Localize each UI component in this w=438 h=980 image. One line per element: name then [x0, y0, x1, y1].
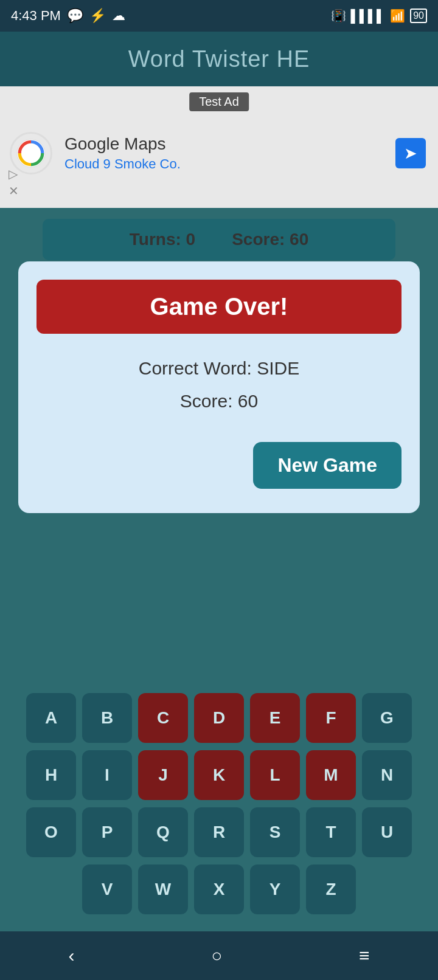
- game-over-title: Game Over!: [36, 280, 401, 334]
- turns-label: Turns:: [130, 230, 181, 249]
- key-b[interactable]: B: [82, 693, 132, 743]
- key-y[interactable]: Y: [250, 864, 300, 914]
- vibrate-icon: 📳: [331, 9, 346, 23]
- key-e[interactable]: E: [250, 693, 300, 743]
- key-f[interactable]: F: [306, 693, 356, 743]
- key-g[interactable]: G: [362, 693, 412, 743]
- keyboard-row-0: ABCDEFG: [6, 693, 432, 743]
- battery-icon: 90: [410, 9, 427, 23]
- ad-company: Google Maps: [64, 134, 181, 154]
- key-c[interactable]: C: [138, 693, 188, 743]
- ad-controls: ▷ ✕: [9, 167, 19, 198]
- status-bar-right: 📳 ▌▌▌▌ 📶 90: [331, 9, 427, 23]
- ad-banner: Test Ad Google Maps Cloud 9 Smoke Co. ➤ …: [0, 86, 438, 208]
- keyboard-row-1: HIJKLMN: [6, 750, 432, 800]
- app-header: Word Twister HE: [0, 32, 438, 86]
- home-button[interactable]: ○: [193, 939, 240, 972]
- new-game-button[interactable]: New Game: [253, 442, 401, 489]
- game-over-dialog: Game Over! Correct Word: SIDE Score: 60 …: [18, 261, 420, 513]
- key-q[interactable]: Q: [138, 807, 188, 857]
- keyboard-row-3: VWXYZ: [6, 864, 432, 914]
- ad-close-icon[interactable]: ✕: [9, 184, 19, 198]
- key-v[interactable]: V: [82, 864, 132, 914]
- turns-display: Turns: 0: [130, 230, 195, 249]
- turns-value: 0: [186, 230, 196, 249]
- key-h[interactable]: H: [26, 750, 76, 800]
- key-n[interactable]: N: [362, 750, 412, 800]
- key-w[interactable]: W: [138, 864, 188, 914]
- score-label: Score:: [232, 230, 285, 249]
- key-r[interactable]: R: [194, 807, 244, 857]
- key-t[interactable]: T: [306, 807, 356, 857]
- key-x[interactable]: X: [194, 864, 244, 914]
- status-bar-left: 4:43 PM 💬 ⚡ ☁: [11, 8, 125, 24]
- correct-word-text: Correct Word: SIDE: [36, 358, 401, 379]
- menu-button[interactable]: ≡: [341, 939, 388, 972]
- key-i[interactable]: I: [82, 750, 132, 800]
- ad-arrow-icon[interactable]: ➤: [395, 138, 426, 168]
- key-p[interactable]: P: [82, 807, 132, 857]
- svg-point-1: [26, 148, 36, 159]
- signal-icon: ▌▌▌▌: [351, 9, 386, 23]
- key-a[interactable]: A: [26, 693, 76, 743]
- ad-subtitle: Cloud 9 Smoke Co.: [64, 156, 181, 172]
- score-display: Score: 60: [232, 230, 308, 249]
- key-u[interactable]: U: [362, 807, 412, 857]
- back-button[interactable]: ‹: [50, 939, 92, 972]
- status-bar: 4:43 PM 💬 ⚡ ☁ 📳 ▌▌▌▌ 📶 90: [0, 0, 438, 32]
- key-k[interactable]: K: [194, 750, 244, 800]
- ad-label: Test Ad: [189, 92, 249, 111]
- key-j[interactable]: J: [138, 750, 188, 800]
- google-maps-icon: [16, 138, 46, 168]
- wifi-icon: 📶: [390, 9, 405, 23]
- whatsapp-icon: 💬: [67, 8, 83, 24]
- dialog-score-text: Score: 60: [36, 391, 401, 412]
- usb-icon: ⚡: [89, 8, 106, 24]
- key-z[interactable]: Z: [306, 864, 356, 914]
- keyboard-area: ABCDEFGHIJKLMNOPQRSTUVWXYZ: [0, 683, 438, 931]
- key-o[interactable]: O: [26, 807, 76, 857]
- ad-play-icon[interactable]: ▷: [9, 167, 19, 181]
- app-title: Word Twister HE: [128, 46, 310, 72]
- nav-bar: ‹ ○ ≡: [0, 931, 438, 980]
- key-m[interactable]: M: [306, 750, 356, 800]
- score-bar: Turns: 0 Score: 60: [43, 219, 395, 260]
- time-display: 4:43 PM: [11, 8, 61, 24]
- ad-text: Google Maps Cloud 9 Smoke Co.: [64, 134, 181, 172]
- key-l[interactable]: L: [250, 750, 300, 800]
- score-value: 60: [290, 230, 308, 249]
- key-s[interactable]: S: [250, 807, 300, 857]
- keyboard-row-2: OPQRSTU: [6, 807, 432, 857]
- cloud-icon: ☁: [112, 8, 125, 24]
- key-d[interactable]: D: [194, 693, 244, 743]
